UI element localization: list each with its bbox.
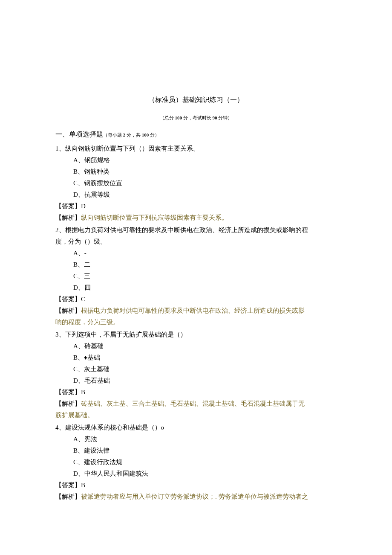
question-2: 2、根据电力负荷对供电可靠性的要求及中断供电在政治、经济上所造成的损失或影响的程 xyxy=(55,224,337,236)
question-1-option-d: D、抗震等级 xyxy=(55,189,337,200)
question-2-option-b: B、二 xyxy=(55,259,337,270)
section-detail-total: 100 xyxy=(142,132,149,137)
subtitle-mid: 分，考试时长 xyxy=(182,115,213,120)
question-3-option-d: D、毛石基础 xyxy=(55,375,337,386)
question-1-option-c: C、钢筋摆放位置 xyxy=(55,177,337,189)
explain-text: 砖基础、灰土基、三合土基础、毛石基础、混凝土基础、毛石混凝土基础属于无 xyxy=(81,400,305,407)
question-3-explain-cont: 筋扩展基础。 xyxy=(55,410,337,421)
answer-value: C xyxy=(81,296,85,302)
question-2-text-cont: 度，分为（）级。 xyxy=(55,236,337,247)
subtitle-score: 100 xyxy=(175,115,182,120)
explain-text: 纵向钢筋切断位置与下列抗宸等级因素有主要关系。 xyxy=(81,214,228,221)
answer-label: 【答案】 xyxy=(55,203,81,209)
subtitle-prefix: （总分 xyxy=(160,115,175,120)
question-4-option-a: A、宪法 xyxy=(55,433,337,445)
question-1-num: 1、 xyxy=(55,145,65,152)
question-1-explain: 【解析】纵向钢筋切断位置与下列抗宸等级因素有主要关系。 xyxy=(55,212,337,224)
question-4-text: 建设法规体系的核心和基础是（）o xyxy=(65,424,164,431)
question-4-answer: 【答案】B xyxy=(55,479,337,491)
section-detail: （每小题 2 分，共 100 分） xyxy=(103,132,159,137)
answer-label: 【答案】 xyxy=(55,389,81,395)
question-1-option-b: B、钢筋种类 xyxy=(55,166,337,177)
question-2-option-a: A、- xyxy=(55,247,337,259)
section-detail-mid: 分，共 xyxy=(125,132,142,137)
question-3-option-b: B、♦基础 xyxy=(55,352,337,363)
answer-label: 【答案】 xyxy=(55,482,81,488)
question-1: 1、纵向钢筋切断位置与下列（）因素有主要关系。 xyxy=(55,143,337,154)
question-3-num: 3、 xyxy=(55,331,65,338)
subtitle-suffix: 分钟） xyxy=(217,115,233,120)
document-title: （标准员）基础知识练习（一） xyxy=(55,94,337,106)
option-text: A、钢筋规格 xyxy=(73,157,110,163)
explain-label: 【解析】 xyxy=(55,493,81,500)
explain-label: 【解析】 xyxy=(55,214,81,221)
question-2-explain: 【解析】根据电力负荷对供电可靠性的要求及中断供电在政治、经济上所造成的损失或影 xyxy=(55,305,337,317)
explain-text: 被派遣劳动者应与用入单位订立劳务派遣协议；. 劳务派遣单位与被派遣劳动者之 xyxy=(81,493,308,500)
explain-text: 根据电力负荷对供电可靠性的要求及中断供电在政治、经济上所造成的损失或影 xyxy=(81,307,305,314)
document-subtitle: （总分 100 分，考试时长 90 分钟） xyxy=(55,114,337,122)
question-4-option-b: B、建设法律 xyxy=(55,445,337,456)
question-2-num: 2、 xyxy=(55,227,65,233)
answer-value: D xyxy=(81,203,86,209)
question-3-text: 下列选项中，不属于无筋扩展基础的是（） xyxy=(65,331,187,338)
question-3-explain: 【解析】砖基础、灰土基、三合土基础、毛石基础、混凝土基础、毛石混凝土基础属于无 xyxy=(55,398,337,410)
explain-label: 【解析】 xyxy=(55,307,81,314)
question-3-option-a: A、砖基础 xyxy=(55,340,337,352)
question-2-answer: 【答案】C xyxy=(55,293,337,305)
question-1-option-a: A、钢筋规格 xyxy=(55,154,337,166)
answer-label: 【答案】 xyxy=(55,296,81,302)
section-detail-prefix: （每小题 xyxy=(103,132,123,137)
question-4-num: 4、 xyxy=(55,424,65,431)
question-2-option-d: D、四 xyxy=(55,282,337,293)
question-2-option-c: C、三 xyxy=(55,270,337,282)
question-3: 3、下列选项中，不属于无筋扩展基础的是（） xyxy=(55,329,337,340)
question-4-explain: 【解析】被派遣劳动者应与用入单位订立劳务派遣协议；. 劳务派遣单位与被派遣劳动者… xyxy=(55,491,337,503)
section-heading-text: 一、单项选择题 xyxy=(55,131,103,138)
answer-value: B xyxy=(81,482,85,488)
question-2-text: 根据电力负荷对供电可靠性的要求及中断供电在政治、经济上所造成的损失或影响的程 xyxy=(65,227,308,233)
question-1-answer: 【答案】D xyxy=(55,200,337,212)
section-detail-suffix: 分） xyxy=(149,132,159,137)
option-text: A、砖基础 xyxy=(73,343,104,349)
question-2-explain-cont: 响的程度，分为三级。 xyxy=(55,317,337,328)
question-3-answer: 【答案】B xyxy=(55,386,337,398)
question-4-option-c: C、建设行政法规 xyxy=(55,456,337,468)
subtitle-time: 90 xyxy=(213,115,217,120)
section-heading: 一、单项选择题（每小题 2 分，共 100 分） xyxy=(55,128,337,141)
question-4-option-d: D、中华人民共和国建筑法 xyxy=(55,468,337,479)
explain-label: 【解析】 xyxy=(55,400,81,407)
answer-value: B xyxy=(81,389,85,395)
question-3-option-c: C、灰土基础 xyxy=(55,363,337,375)
question-1-text: 纵向钢筋切断位置与下列（）因素有主要关系。 xyxy=(65,145,199,152)
question-4: 4、建设法规体系的核心和基础是（）o xyxy=(55,422,337,433)
